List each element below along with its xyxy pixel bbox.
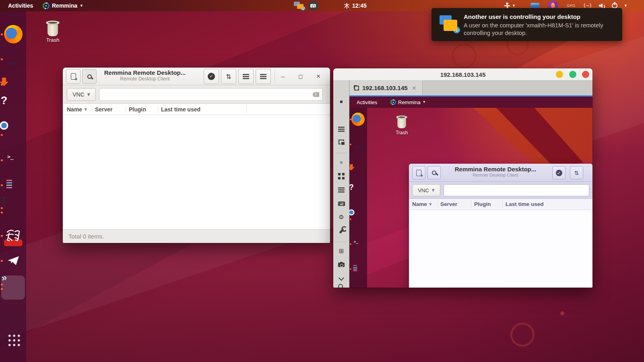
headerbar[interactable]: Remmina Remote Desktop... Remote Desktop… <box>63 68 330 85</box>
remote-headerbar[interactable]: Remmina Remote Desktop... Remote Desktop… <box>409 164 592 182</box>
vnc-titlebar[interactable]: 192.168.103.145 <box>333 68 592 80</box>
column-server-label: Server <box>440 201 457 207</box>
close-button[interactable]: × <box>312 68 324 85</box>
toolbar-menu-extra-icon[interactable] <box>338 187 345 193</box>
new-connection-button[interactable] <box>66 69 80 84</box>
remote-sort-button[interactable]: ⇅ <box>570 166 583 179</box>
running-indicator <box>1 288 3 290</box>
screen-share-indicator[interactable] <box>291 2 307 10</box>
remote-dock-item-files[interactable] <box>349 138 367 155</box>
dock-item-terminal[interactable] <box>0 151 26 173</box>
notification-banner[interactable]: Another user is controlling your desktop… <box>431 8 622 41</box>
dock-item-firefox[interactable] <box>0 25 26 47</box>
remote-search-input[interactable] <box>444 184 589 196</box>
tools-wrench-icon[interactable] <box>338 228 345 234</box>
toolbar-menu-icon[interactable] <box>338 126 345 132</box>
multi-monitor-icon[interactable] <box>338 139 345 145</box>
remote-connection-list[interactable] <box>409 210 592 288</box>
minimize-light-button[interactable] <box>556 71 563 78</box>
power-indicator[interactable] <box>609 3 620 8</box>
refresh-button[interactable] <box>204 69 219 84</box>
dock-item-show-applications[interactable] <box>0 333 26 355</box>
dock-item-remmina[interactable] <box>0 278 26 299</box>
remote-remmina-window[interactable]: Remmina Remote Desktop... Remote Desktop… <box>409 164 592 288</box>
remote-dock-item-help[interactable] <box>349 187 367 205</box>
search-input[interactable] <box>99 88 323 101</box>
remote-new-connection-button[interactable] <box>412 166 425 179</box>
protocol-value: VNC <box>418 187 429 193</box>
running-indicator <box>1 33 3 35</box>
remote-column-last-time-used[interactable]: Last time used <box>506 199 544 210</box>
remote-desktop-trash[interactable]: Trash <box>390 115 413 136</box>
app-menu-button[interactable]: » Remmina ▼ <box>40 0 86 11</box>
column-divider <box>246 105 247 113</box>
column-last-time-used-label: Last time used <box>506 201 544 207</box>
maximize-button[interactable]: □ <box>295 68 307 85</box>
tab-close-icon[interactable]: ✕ <box>412 85 417 91</box>
remote-protocol-dropdown[interactable]: VNC ▼ <box>412 184 440 196</box>
column-name[interactable]: Name ▼ <box>67 104 87 115</box>
minimize-button[interactable]: – <box>277 68 289 85</box>
new-document-icon <box>71 73 76 80</box>
column-server[interactable]: Server <box>95 104 113 115</box>
activities-button[interactable]: Activities <box>6 0 35 11</box>
screenshot-indicator[interactable] <box>306 1 320 10</box>
remote-column-server[interactable]: Server <box>440 199 457 210</box>
dock-item-chrome[interactable] <box>0 125 26 147</box>
scale-quality-icon[interactable] <box>338 173 345 179</box>
chevron-down-icon: ▼ <box>80 0 83 11</box>
new-tab-icon[interactable]: ⊞ <box>338 248 345 254</box>
remote-dock-item-terminal[interactable] <box>349 237 367 255</box>
sort-button[interactable]: ⇅ <box>221 69 236 84</box>
volume-indicator[interactable] <box>597 3 607 8</box>
dock-item-files[interactable] <box>0 50 26 72</box>
dock-item-telegram[interactable] <box>0 251 26 273</box>
connection-list[interactable] <box>63 115 330 229</box>
chevron-down-icon: ▼ <box>432 184 435 196</box>
running-indicator <box>1 235 3 237</box>
maximize-light-button[interactable] <box>569 71 576 78</box>
column-plugin[interactable]: Plugin <box>129 104 146 115</box>
main-menu-button[interactable] <box>256 69 271 84</box>
system-menu-caret[interactable]: ▼ <box>621 0 630 11</box>
remote-column-plugin[interactable]: Plugin <box>474 199 491 210</box>
vnc-tab[interactable]: 192.168.103.145 ✕ <box>349 80 423 95</box>
remote-dock-item-software-updater[interactable] <box>349 162 367 180</box>
close-light-button[interactable] <box>582 71 589 78</box>
preferences-gears-icon[interactable]: ⚙ <box>338 214 345 220</box>
running-indicator <box>1 134 3 136</box>
running-indicator <box>1 260 3 262</box>
remote-column-name[interactable]: Name ▼ <box>412 199 432 210</box>
protocol-dropdown[interactable]: VNC ▼ <box>67 88 96 101</box>
column-divider <box>126 105 126 113</box>
remote-dock-item-vscode[interactable] <box>349 262 367 280</box>
clock-button[interactable]: 12:45 <box>341 0 369 11</box>
vnc-window-title: 192.168.103.145 <box>333 68 592 80</box>
xuexi-qiangguo-icon <box>4 239 23 246</box>
keyboard-grab-icon[interactable] <box>338 200 345 207</box>
column-last-time-used[interactable]: Last time used <box>161 104 200 115</box>
dock-item-software-updater[interactable] <box>0 75 26 97</box>
remote-desktop-viewport[interactable]: Activities » Remmina ▼ <box>349 97 592 288</box>
remote-refresh-button[interactable] <box>552 166 566 179</box>
running-indicator <box>1 284 3 286</box>
remote-search-toggle-button[interactable] <box>427 166 441 179</box>
remote-dock-item-chrome[interactable] <box>349 212 367 230</box>
remmina-icon: » <box>390 99 396 105</box>
firefox-icon <box>4 25 23 43</box>
column-name-label: Name <box>412 201 427 207</box>
remote-dock-item-firefox[interactable] <box>349 113 367 130</box>
remote-activities-button[interactable]: Activities <box>354 97 380 108</box>
toolbar-divider <box>336 153 347 153</box>
dock-item-typora[interactable] <box>0 201 26 223</box>
screenshot-camera-icon[interactable] <box>338 261 345 268</box>
status-text: Total 0 items. <box>68 233 104 240</box>
minimize-toolbar-chevron-icon[interactable] <box>338 276 345 282</box>
dock-item-xuexi-qiangguo[interactable] <box>0 226 26 248</box>
column-divider <box>502 200 503 208</box>
remote-app-menu-button[interactable]: » Remmina ▼ <box>388 97 428 108</box>
desktop-trash[interactable]: Trash <box>40 20 65 43</box>
column-divider <box>437 200 438 208</box>
dock-item-help[interactable] <box>0 101 26 122</box>
view-mode-button[interactable] <box>238 69 254 84</box>
